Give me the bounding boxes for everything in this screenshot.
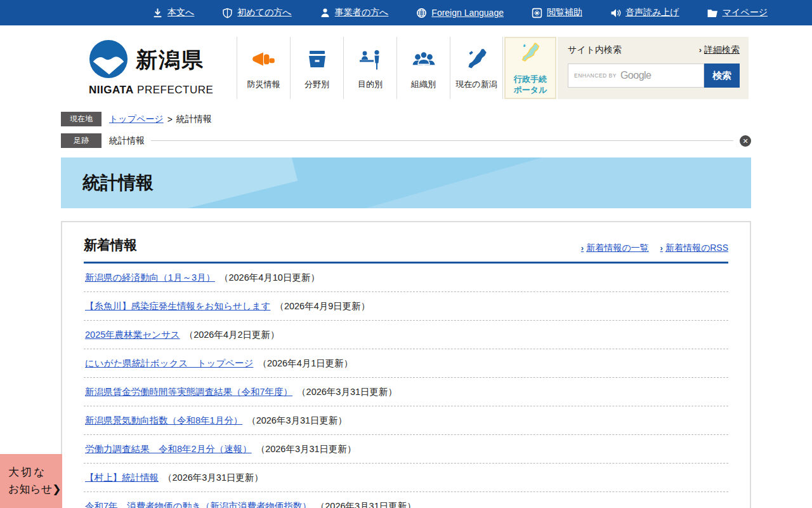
megaphone-icon <box>251 46 277 75</box>
news-item-date: （2026年3月31日更新） <box>297 387 397 397</box>
news-item-link[interactable]: 【糸魚川】感染症発生情報をお知らせします <box>85 301 270 311</box>
globe-icon <box>416 8 427 18</box>
news-item-date: （2026年3月31日更新） <box>256 444 357 454</box>
tray-icon <box>304 46 330 75</box>
footprint-tag: 足跡 <box>61 133 102 148</box>
page-title: 統計情報 <box>82 171 154 195</box>
news-section-header: 新着情報 ›新着情報の一覧 ›新着情報のRSS <box>84 236 728 264</box>
beginner-icon <box>222 8 233 18</box>
utility-link-my-page[interactable]: マイページ <box>707 7 768 18</box>
news-item-link[interactable]: 新潟県景気動向指数（令和8年1月分） <box>85 415 242 425</box>
chevron-right-icon: › <box>660 243 663 253</box>
search-branding-prefix: ENHANCED BY <box>574 72 617 79</box>
news-rss-link[interactable]: ›新着情報のRSS <box>660 243 728 254</box>
portal-map-icon <box>516 40 544 70</box>
portal-label: 行政手続 ポータル <box>514 74 547 96</box>
niigata-emblem-icon <box>89 39 128 81</box>
person-icon <box>320 8 331 18</box>
utility-bar: 本文へ 初めての方へ 事業者の方へ Foreign Language 閲覧補助 … <box>0 0 812 25</box>
menu-item-by-organization[interactable]: 組織別 <box>396 37 450 99</box>
news-list-link[interactable]: ›新着情報の一覧 <box>581 243 649 254</box>
search-label: サイト内検索 <box>568 44 622 56</box>
breadcrumb-separator: > <box>167 114 173 124</box>
logo-text-jp: 新潟県 <box>136 46 204 75</box>
news-item: 労働力調査結果 令和8年2月分（速報）（2026年3月31日更新） <box>84 435 728 464</box>
download-icon <box>152 8 163 18</box>
news-item-link[interactable]: にいがた県統計ボックス トップページ <box>85 358 253 368</box>
utility-link-browsing-aid[interactable]: 閲覧補助 <box>532 7 582 18</box>
footprint-value: 統計情報 <box>109 135 145 147</box>
news-item: 新潟県賃金労働時間等実態調査結果（令和7年度）（2026年3月31日更新） <box>84 378 728 406</box>
counter-icon <box>358 46 383 75</box>
news-item-date: （2026年4月9日更新） <box>275 301 370 311</box>
folder-icon <box>707 8 718 18</box>
site-header: 新潟県 NIIGATA PREFECTURE 防災情報 分野別 目的別 <box>0 25 812 102</box>
news-item-link[interactable]: 令和7年 消費者物価の動き（新潟市消費者物価指数） <box>85 501 311 508</box>
news-item-link[interactable]: 労働力調査結果 令和8年2月分（速報） <box>85 444 252 454</box>
news-item-link[interactable]: 2025年農林業センサス <box>85 330 180 340</box>
group-icon <box>410 46 437 75</box>
chevron-right-icon: ❯ <box>52 483 61 495</box>
footprint-divider <box>151 140 733 141</box>
google-logo: Google <box>620 70 652 81</box>
site-logo[interactable]: 新潟県 NIIGATA PREFECTURE <box>89 39 213 97</box>
search-button[interactable]: 検索 <box>704 64 740 88</box>
news-list: 新潟県の経済動向（1月～3月）（2026年4月10日更新） 【糸魚川】感染症発生… <box>84 264 728 508</box>
news-item-link[interactable]: 新潟県賃金労働時間等実態調査結果（令和7年度） <box>85 387 292 397</box>
news-item: 2025年農林業センサス（2026年4月2日更新） <box>84 321 728 349</box>
news-item: 【村上】統計情報（2026年3月31日更新） <box>84 464 728 492</box>
news-item-date: （2026年4月1日更新） <box>258 358 353 368</box>
news-heading: 新着情報 <box>84 236 137 254</box>
news-item-date: （2026年3月31日更新） <box>316 501 416 508</box>
admin-procedure-portal-banner[interactable]: 行政手続 ポータル <box>504 37 556 99</box>
close-icon[interactable]: ✕ <box>740 135 751 147</box>
news-item-link[interactable]: 【村上】統計情報 <box>85 472 159 483</box>
breadcrumb-current: 統計情報 <box>176 114 212 125</box>
accessibility-icon <box>532 8 542 18</box>
chevron-right-icon: › <box>581 243 584 253</box>
speaker-icon <box>610 8 621 18</box>
content-panel: 新着情報 ›新着情報の一覧 ›新着情報のRSS 新潟県の経済動向（1月～3月）（… <box>61 221 751 508</box>
menu-item-by-field[interactable]: 分野別 <box>290 37 343 99</box>
news-item: 【糸魚川】感染症発生情報をお知らせします（2026年4月9日更新） <box>84 292 728 321</box>
logo-text-en: NIIGATA PREFECTURE <box>89 84 213 97</box>
news-item: にいがた県統計ボックス トップページ（2026年4月1日更新） <box>84 349 728 378</box>
breadcrumb-area: 現在地 トップページ > 統計情報 足跡 統計情報 ✕ <box>0 102 812 148</box>
news-item-date: （2026年3月31日更新） <box>247 415 347 425</box>
utility-link-foreign-language[interactable]: Foreign Language <box>416 8 504 18</box>
news-item-date: （2026年4月10日更新） <box>219 272 320 283</box>
utility-link-main-content[interactable]: 本文へ <box>152 7 194 18</box>
news-item: 新潟県景気動向指数（令和8年1月分）（2026年3月31日更新） <box>84 406 728 435</box>
news-item-date: （2026年3月31日更新） <box>163 472 263 483</box>
advanced-search-link[interactable]: ›詳細検索 <box>699 44 740 56</box>
utility-link-business[interactable]: 事業者の方へ <box>320 7 389 18</box>
breadcrumb: 現在地 トップページ > 統計情報 <box>61 112 751 126</box>
site-search-box: サイト内検索 ›詳細検索 ENHANCED BY Google 検索 <box>558 37 749 99</box>
menu-item-by-purpose[interactable]: 目的別 <box>343 37 396 99</box>
location-tag: 現在地 <box>61 112 102 126</box>
news-item-date: （2026年4月2日更新） <box>185 330 280 340</box>
news-item-link[interactable]: 新潟県の経済動向（1月～3月） <box>85 272 215 283</box>
main-menu: 防災情報 分野別 目的別 組織別 現在の新潟 <box>237 37 503 99</box>
menu-item-disaster-info[interactable]: 防災情報 <box>237 37 290 99</box>
page-title-banner: 統計情報 <box>61 157 751 208</box>
news-item: 令和7年 消費者物価の動き（新潟市消費者物価指数）（2026年3月31日更新） <box>84 492 728 508</box>
utility-link-text-to-speech[interactable]: 音声読み上げ <box>610 7 679 18</box>
footprint-bar: 足跡 統計情報 ✕ <box>61 133 751 148</box>
breadcrumb-home-link[interactable]: トップページ <box>109 114 164 125</box>
utility-link-first-time[interactable]: 初めての方へ <box>222 7 291 18</box>
important-notice-button[interactable]: 大切な お知らせ❯ <box>0 454 62 508</box>
search-input[interactable]: ENHANCED BY Google <box>568 64 704 88</box>
niigata-map-icon <box>463 46 490 75</box>
menu-item-current-niigata[interactable]: 現在の新潟 <box>450 37 503 99</box>
news-item: 新潟県の経済動向（1月～3月）（2026年4月10日更新） <box>84 264 728 292</box>
chevron-right-icon: › <box>699 45 702 55</box>
